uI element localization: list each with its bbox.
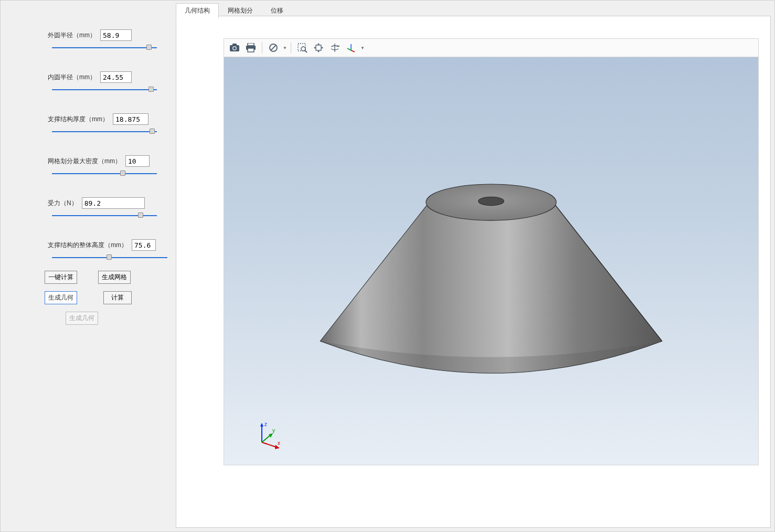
generate-geometry-button[interactable]: 生成几何: [45, 291, 77, 304]
sidebar-panel: 外圆半径（mm） 内圆半径（mm） 支撑结构厚度（mm）: [1, 1, 174, 531]
param-force: 受力（N）: [48, 197, 158, 219]
svg-line-15: [347, 48, 351, 50]
param-label: 内圆半径（mm）: [48, 73, 96, 82]
svg-point-10: [301, 47, 305, 51]
mesh-density-slider[interactable]: [52, 170, 157, 177]
axis-x-label: x: [278, 440, 280, 446]
svg-rect-6: [248, 48, 254, 52]
camera-icon[interactable]: [227, 40, 242, 55]
svg-point-18: [479, 197, 504, 205]
outer-radius-input[interactable]: [100, 29, 132, 41]
generate-mesh-button[interactable]: 生成网格: [98, 271, 131, 284]
param-inner-radius: 内圆半径（mm）: [48, 71, 158, 93]
param-label: 外圆半径（mm）: [48, 31, 96, 40]
inner-radius-input[interactable]: [100, 71, 132, 83]
circle-slash-icon[interactable]: [266, 40, 281, 55]
cone-model: [224, 57, 758, 465]
axis-toggle-icon[interactable]: [344, 40, 358, 55]
param-label: 支撑结构的整体高度（mm）: [48, 241, 128, 250]
rotate-3d-icon[interactable]: [327, 40, 342, 55]
mesh-density-input[interactable]: [125, 155, 150, 167]
svg-rect-4: [248, 43, 254, 46]
svg-line-8: [271, 45, 276, 50]
print-icon[interactable]: [243, 40, 258, 55]
dropdown-arrow-icon[interactable]: ▼: [360, 46, 365, 50]
axis-gizmo: z x y: [251, 419, 283, 450]
svg-point-3: [233, 47, 236, 50]
tab-content: ▼ ▼: [176, 16, 771, 528]
svg-rect-1: [232, 44, 237, 46]
calculate-button[interactable]: 计算: [103, 291, 132, 304]
param-label: 支撑结构厚度（mm）: [48, 115, 109, 124]
svg-rect-12: [316, 45, 321, 50]
dropdown-arrow-icon[interactable]: ▼: [283, 46, 287, 50]
zoom-select-icon[interactable]: [295, 40, 310, 55]
param-outer-radius: 外圆半径（mm）: [48, 29, 158, 51]
svg-line-14: [351, 50, 355, 52]
param-thickness: 支撑结构厚度（mm）: [48, 113, 158, 135]
move-all-icon[interactable]: [311, 40, 326, 55]
svg-line-21: [262, 442, 278, 448]
inner-radius-slider[interactable]: [52, 86, 157, 93]
viewport-toolbar: ▼ ▼: [224, 38, 759, 57]
app-window: 外圆半径（mm） 内圆半径（mm） 支撑结构厚度（mm）: [0, 0, 775, 532]
one-click-calc-button[interactable]: 一键计算: [45, 271, 77, 284]
height-slider[interactable]: [52, 254, 167, 261]
param-height: 支撑结构的整体高度（mm）: [48, 239, 158, 261]
outer-radius-slider[interactable]: [52, 44, 157, 51]
height-input[interactable]: [132, 239, 156, 251]
svg-line-11: [305, 50, 307, 52]
3d-viewport[interactable]: z x y: [224, 57, 759, 465]
toolbar-separator: [262, 42, 262, 54]
thickness-slider[interactable]: [52, 128, 157, 135]
param-label: 网格划分最大密度（mm）: [48, 157, 121, 166]
force-slider[interactable]: [52, 212, 157, 219]
content-area: 几何结构 网格划分 位移 ▼: [174, 1, 774, 531]
generate-geometry-disabled-button: 生成几何: [66, 312, 98, 325]
axis-z-label: z: [264, 421, 267, 427]
force-input[interactable]: [82, 197, 145, 209]
axis-y-label: y: [272, 428, 275, 433]
svg-marker-20: [260, 423, 263, 427]
thickness-input[interactable]: [113, 113, 148, 125]
toolbar-separator: [291, 42, 291, 54]
tab-geometry[interactable]: 几何结构: [176, 3, 219, 18]
param-label: 受力（N）: [48, 199, 78, 208]
param-mesh-density: 网格划分最大密度（mm）: [48, 155, 158, 177]
